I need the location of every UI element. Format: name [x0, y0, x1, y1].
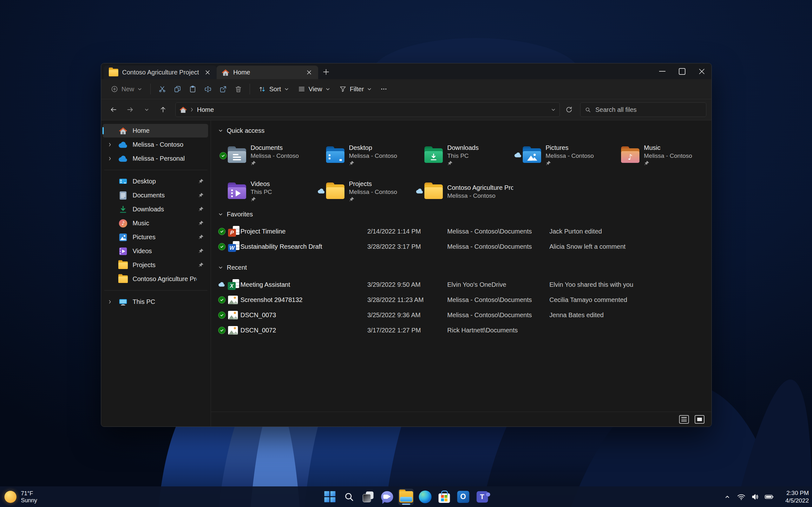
recent-list: X Meeting Assistant 3/29/2022 9:50 AM El… — [218, 277, 705, 338]
sidebar-item-pictures[interactable]: Pictures — [103, 230, 208, 244]
breadcrumb-bar[interactable]: Home — [175, 102, 560, 117]
sidebar-item-melissa-personal[interactable]: Melissa - Personal — [103, 152, 208, 165]
pin-icon — [197, 248, 205, 254]
battery-icon[interactable] — [764, 491, 774, 503]
expand-chevron-icon[interactable] — [103, 143, 117, 147]
task-view-button[interactable] — [360, 489, 376, 505]
quick-access-item-desktop[interactable]: Desktop Melissa - Contoso — [316, 143, 415, 169]
edge-button[interactable] — [417, 489, 433, 505]
see-more-button[interactable] — [377, 82, 391, 96]
pin-icon — [197, 193, 205, 198]
new-tab-button[interactable] — [320, 66, 332, 78]
quick-access-item-contoso-agriculture-project[interactable]: Contoso Agriculture Project Melissa - Co… — [415, 179, 513, 205]
close-tab-icon[interactable] — [304, 68, 314, 77]
copy-button[interactable] — [170, 82, 184, 96]
outlook-button[interactable]: O — [455, 489, 471, 505]
onedrive-icon — [117, 142, 130, 148]
quick-access-item-projects[interactable]: Projects Melissa - Contoso — [316, 179, 415, 205]
details-view-toggle[interactable] — [679, 415, 689, 424]
section-recent-header[interactable]: Recent — [218, 262, 705, 273]
search-button[interactable] — [341, 489, 357, 505]
sidebar-item-projects[interactable]: Projects — [103, 258, 208, 272]
folder-icon — [326, 184, 345, 199]
pin-icon — [251, 197, 272, 203]
image-file-icon — [228, 326, 238, 335]
close-tab-icon[interactable] — [203, 68, 212, 77]
maximize-button[interactable] — [672, 63, 692, 79]
file-row-sustainability-research-draft[interactable]: W Sustainability Research Draft 3/28/202… — [218, 239, 705, 254]
teams-button[interactable]: T — [474, 489, 490, 505]
sidebar-item-videos[interactable]: Videos — [103, 244, 208, 258]
microsoft-store-button[interactable] — [437, 489, 452, 505]
image-file-icon — [228, 311, 238, 320]
large-thumbnails-view-toggle[interactable] — [695, 415, 705, 424]
pin-icon — [197, 207, 205, 212]
sidebar-item-home[interactable]: Home — [103, 124, 208, 137]
back-button[interactable] — [106, 103, 121, 116]
quick-access-item-documents[interactable]: Documents Melissa - Contoso — [218, 143, 316, 169]
quick-access-item-videos[interactable]: Videos This PC — [218, 179, 316, 205]
tab-home[interactable]: Home — [217, 66, 318, 79]
paste-button[interactable] — [186, 82, 200, 96]
search-box[interactable] — [580, 102, 706, 117]
volume-icon[interactable] — [750, 491, 761, 503]
pin-icon — [644, 161, 692, 167]
new-button[interactable]: New — [107, 82, 146, 96]
file-row-project-timeline[interactable]: P Project Timeline 2/14/2022 1:14 PM Mel… — [218, 224, 705, 239]
chevron-down-icon — [367, 87, 372, 92]
file-row-dscn-0072[interactable]: DSCN_0072 3/17/2022 1:27 PM Rick Hartnet… — [218, 323, 705, 338]
rename-button[interactable] — [201, 82, 215, 96]
sidebar-item-desktop[interactable]: Desktop — [103, 175, 208, 188]
file-row-screenshot-29478132[interactable]: Screenshot 29478132 3/28/2022 11:23 AM M… — [218, 292, 705, 307]
sidebar-divider — [104, 290, 207, 291]
quick-access-item-downloads[interactable]: Downloads This PC — [415, 143, 513, 169]
search-input[interactable] — [595, 106, 702, 114]
edge-icon — [419, 491, 432, 503]
forward-button[interactable] — [123, 103, 137, 116]
file-row-meeting-assistant[interactable]: X Meeting Assistant 3/29/2022 9:50 AM El… — [218, 277, 705, 292]
pictures-icon — [117, 233, 130, 241]
chat-button[interactable] — [379, 489, 395, 505]
search-icon — [344, 492, 354, 502]
section-favorites-header[interactable]: Favorites — [218, 209, 705, 219]
wifi-icon[interactable] — [736, 491, 747, 503]
music-icon: ♪ — [117, 219, 130, 228]
section-title: Recent — [227, 264, 247, 271]
sidebar-item-music[interactable]: ♪ Music — [103, 216, 208, 230]
up-button[interactable] — [156, 103, 170, 116]
sync-ok-icon — [218, 296, 225, 303]
sidebar-item-melissa-contoso[interactable]: Melissa - Contoso — [103, 138, 208, 152]
expand-chevron-icon[interactable] — [103, 300, 117, 304]
view-button[interactable]: View — [294, 82, 334, 96]
file-row-dscn-0073[interactable]: DSCN_0073 3/25/2022 9:36 AM Melissa - Co… — [218, 307, 705, 323]
breadcrumb[interactable]: Home — [197, 106, 214, 113]
address-dropdown-chevron[interactable] — [551, 107, 556, 112]
start-button[interactable] — [322, 489, 338, 505]
recent-locations-chevron[interactable] — [139, 103, 154, 116]
delete-button[interactable] — [231, 82, 245, 96]
sidebar-item-this-pc[interactable]: This PC — [103, 295, 208, 308]
filter-button[interactable]: Filter — [335, 82, 375, 96]
show-hidden-icons-button[interactable] — [722, 491, 733, 503]
file-explorer-button[interactable] — [398, 489, 414, 505]
clock[interactable]: 2:30 PM 4/5/2022 — [780, 489, 809, 504]
sidebar-item-downloads[interactable]: Downloads — [103, 203, 208, 216]
minimize-button[interactable] — [653, 63, 672, 79]
weather-widget[interactable]: 71°F Sunny — [4, 490, 37, 504]
tab-contoso-agriculture-project[interactable]: Contoso Agriculture Project — [104, 66, 217, 79]
chevron-down-icon — [218, 265, 223, 270]
share-button[interactable] — [216, 82, 230, 96]
home-icon — [117, 127, 130, 135]
refresh-button[interactable] — [562, 103, 576, 116]
section-quick-access-header[interactable]: Quick access — [218, 125, 705, 135]
sidebar-item-contoso-agriculture-project[interactable]: Contoso Agriculture Project — [103, 272, 208, 286]
downloads-folder-icon — [424, 148, 443, 163]
sort-button[interactable]: Sort — [254, 82, 293, 96]
quick-access-item-pictures[interactable]: Pictures Melissa - Contoso — [513, 143, 612, 169]
quick-access-item-music[interactable]: ♪ Music Melissa - Contoso — [612, 143, 710, 169]
sidebar-item-documents[interactable]: Documents — [103, 188, 208, 202]
expand-chevron-icon[interactable] — [103, 157, 117, 161]
address-bar: Home — [101, 99, 711, 120]
cut-button[interactable] — [155, 82, 169, 96]
close-button[interactable] — [692, 63, 711, 79]
